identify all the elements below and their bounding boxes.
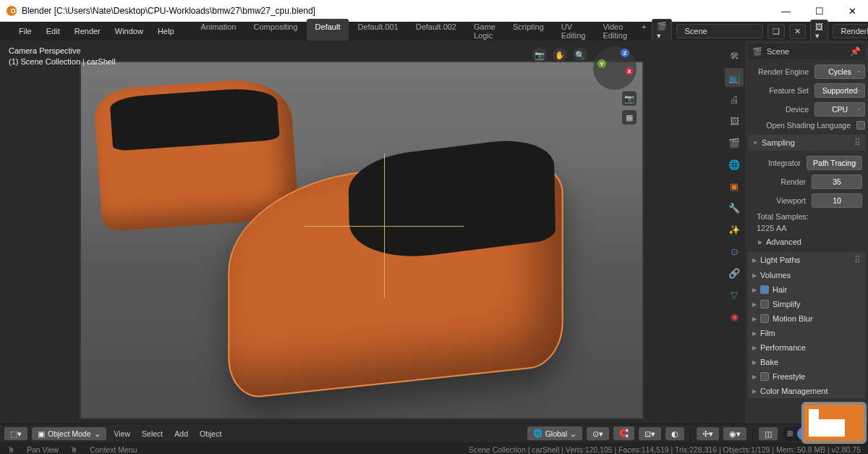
watermark-logo	[801, 402, 867, 444]
render-samples-field[interactable]: 35	[812, 175, 862, 189]
cursor-3d-icon	[384, 226, 385, 227]
scene-name-field[interactable]: Scene	[676, 24, 763, 38]
integrator-dropdown[interactable]: Path Tracing⌄	[807, 156, 862, 170]
tab-scripting[interactable]: Scripting	[504, 19, 553, 43]
menu-window[interactable]: Window	[108, 23, 150, 39]
tab-default[interactable]: Default	[307, 19, 349, 43]
proportional-toggle[interactable]: ◐	[665, 427, 684, 440]
render-engine-dropdown[interactable]: Cycles⌄	[814, 64, 865, 79]
viewport-samples-field[interactable]: 10	[812, 193, 862, 208]
tab-default002[interactable]: Default.002	[407, 19, 465, 43]
add-menu[interactable]: Add	[171, 427, 192, 440]
navigation-gizmo[interactable]: Z Y X	[593, 46, 637, 90]
light-paths-header[interactable]: ▶Light Paths⠿	[748, 252, 865, 268]
object-menu[interactable]: Object	[196, 427, 225, 440]
tab-active-tool-icon[interactable]: 🛠	[725, 46, 744, 65]
active-collection-label: (1) Scene Collection | carShell	[9, 57, 116, 66]
renderlayer-field[interactable]: RenderLayer	[833, 24, 868, 38]
delete-scene-button[interactable]: ✕	[789, 24, 806, 39]
close-button[interactable]: ✕	[843, 4, 862, 18]
snap-dropdown[interactable]: ⊡▾	[639, 427, 661, 440]
axis-z[interactable]: Z	[621, 49, 629, 57]
pan-icon[interactable]: ✋	[553, 48, 567, 62]
tab-animation[interactable]: Animation	[192, 19, 245, 43]
tab-physics-icon[interactable]: ⊙	[725, 242, 744, 261]
film-header[interactable]: ▶Film	[748, 326, 865, 340]
osl-checkbox[interactable]	[856, 121, 865, 130]
view-menu[interactable]: View	[111, 427, 135, 440]
new-scene-button[interactable]: ❏	[767, 24, 785, 39]
axis-y[interactable]: Y	[597, 59, 606, 68]
orientation-dropdown[interactable]: 🌐 Global ⌄	[527, 426, 582, 440]
color-mgmt-header[interactable]: ▶Color Management	[748, 384, 865, 398]
tab-video-editing[interactable]: Video Editing	[594, 19, 636, 43]
volumes-header[interactable]: ▶Volumes	[748, 268, 865, 282]
tab-mesh-icon[interactable]: ▽	[725, 285, 744, 304]
tab-object-icon[interactable]: ▣	[725, 177, 744, 196]
simplify-checkbox[interactable]	[760, 300, 769, 308]
tab-scene-icon[interactable]: 🎬	[725, 133, 744, 152]
viewport-canvas[interactable]	[80, 61, 644, 419]
minimize-button[interactable]: —	[775, 4, 796, 18]
tab-material-icon[interactable]: ◉	[725, 307, 744, 326]
freestyle-checkbox[interactable]	[760, 372, 769, 381]
pivot-dropdown[interactable]: ⊙▾	[587, 427, 609, 440]
menu-edit[interactable]: Edit	[39, 23, 67, 39]
tab-compositing[interactable]: Compositing	[244, 19, 306, 43]
preset-icon[interactable]: ⠿	[854, 255, 861, 265]
device-dropdown[interactable]: CPU⌄	[814, 102, 865, 117]
tab-viewlayer-icon[interactable]: 🖼	[725, 112, 744, 130]
tab-game-logic[interactable]: Game Logic	[465, 19, 504, 43]
scene-icon: 🎬	[752, 47, 762, 56]
add-workspace-button[interactable]: +	[636, 19, 652, 43]
tab-particles-icon[interactable]: ✨	[725, 220, 744, 239]
tab-world-icon[interactable]: 🌐	[725, 155, 744, 174]
tab-render-icon[interactable]: 📺	[725, 68, 744, 87]
tab-constraints-icon[interactable]: 🔗	[725, 264, 744, 282]
scene-browse-icon[interactable]: 🎬▾	[652, 19, 672, 43]
editor-type-dropdown[interactable]: ⬚▾	[4, 427, 27, 440]
motion-blur-header[interactable]: ▶Motion Blur	[748, 311, 865, 326]
sampling-header[interactable]: ▼Sampling⠿	[748, 135, 865, 151]
tab-default001[interactable]: Default.001	[349, 19, 407, 43]
camera-toggle-icon[interactable]: 📷	[622, 91, 637, 106]
motion-blur-checkbox[interactable]	[760, 314, 769, 323]
menu-render[interactable]: Render	[67, 23, 108, 39]
total-samples-value: 1225 AA	[757, 224, 787, 232]
tab-output-icon[interactable]: 🖨	[725, 90, 744, 109]
viewport-nav-icons: 📷 ✋ 🔍	[532, 48, 587, 62]
performance-header[interactable]: ▶Performance	[748, 340, 865, 355]
perspective-toggle-icon[interactable]: ▦	[622, 110, 637, 125]
device-label: Device	[748, 105, 812, 114]
simplify-header[interactable]: ▶Simplify	[748, 297, 865, 311]
zoom-icon[interactable]: 🔍	[573, 48, 587, 62]
tab-modifiers-icon[interactable]: 🔧	[725, 198, 744, 217]
main-menu: File Edit Render Window Help	[12, 23, 182, 39]
hair-header[interactable]: ▶Hair	[748, 282, 865, 297]
camera-perspective-label: Camera Perspective	[9, 46, 116, 55]
freestyle-header[interactable]: ▶Freestyle	[748, 369, 865, 384]
select-menu[interactable]: Select	[138, 427, 166, 440]
hair-checkbox[interactable]	[760, 285, 769, 294]
axis-x[interactable]: X	[625, 67, 634, 75]
advanced-subheader[interactable]: ▶Advanced	[754, 235, 862, 249]
bake-header[interactable]: ▶Bake	[748, 355, 865, 369]
menu-help[interactable]: Help	[150, 23, 182, 39]
wireframe-shading-icon[interactable]: ⊞	[783, 427, 797, 440]
overlay-toggle[interactable]: ◉▾	[723, 427, 746, 440]
topbar: File Edit Render Window Help Animation C…	[0, 22, 868, 41]
mode-dropdown[interactable]: ▣ Object Mode ⌄	[32, 427, 106, 440]
menu-file[interactable]: File	[12, 23, 39, 39]
camera-view-icon[interactable]: 📷	[532, 48, 547, 62]
viewport-3d[interactable]: Camera Perspective (1) Scene Collection …	[0, 41, 723, 424]
feature-set-dropdown[interactable]: Supported⌄	[814, 83, 865, 98]
maximize-button[interactable]: ☐	[809, 4, 830, 18]
preset-icon[interactable]: ⠿	[854, 138, 861, 148]
tab-uv-editing[interactable]: UV Editing	[553, 19, 595, 43]
snap-toggle[interactable]: 🧲	[613, 426, 634, 440]
scene-datablock-header[interactable]: 🎬 Scene 📌	[748, 43, 865, 59]
gizmo-toggle[interactable]: ✢▾	[697, 427, 719, 440]
renderlayer-browse-icon[interactable]: 🖼▾	[810, 20, 828, 43]
xray-toggle[interactable]: ◫	[759, 427, 778, 440]
pin-icon[interactable]: 📌	[850, 46, 861, 56]
